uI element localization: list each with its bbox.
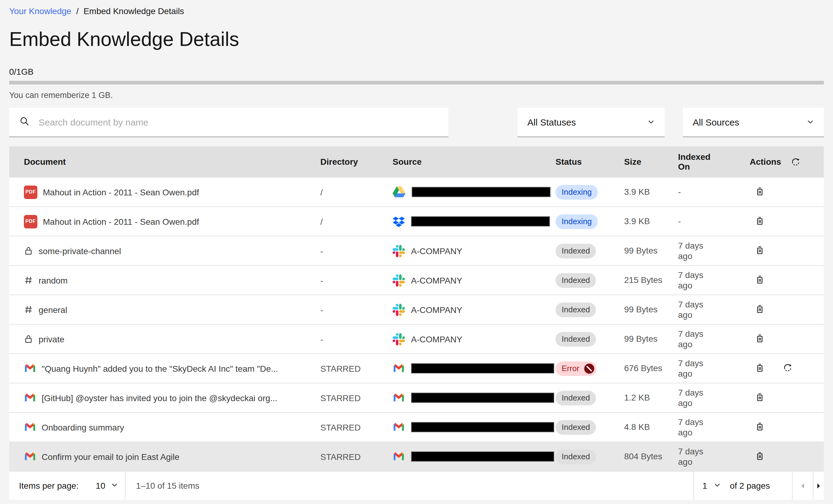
status-cell: Indexed	[555, 273, 624, 288]
google-drive-icon	[392, 186, 405, 198]
size-cell: 99 Bytes	[624, 334, 678, 344]
document-row[interactable]: PDFMahout in Action - 2011 - Sean Owen.p…	[9, 207, 824, 236]
refresh-table-icon[interactable]	[791, 157, 801, 167]
hash-icon	[24, 275, 33, 285]
redacted-source-text	[411, 392, 554, 403]
header-source: Source	[392, 157, 555, 167]
delete-document-button[interactable]	[755, 245, 764, 256]
actions-cell	[750, 392, 824, 403]
search-box[interactable]	[9, 108, 448, 137]
size-cell: 4.8 KB	[624, 422, 678, 432]
breadcrumb-your-knowledge-link[interactable]: Your Knowledge	[9, 6, 71, 16]
header-directory: Directory	[320, 157, 392, 167]
status-cell: Indexed	[555, 302, 624, 317]
pagination-bar: Items per page: 10 1–10 of 15 items 1 of…	[9, 471, 824, 500]
trash-icon	[755, 304, 764, 315]
document-cell: PDFMahout in Action - 2011 - Sean Owen.p…	[24, 185, 320, 199]
document-name: some-private-channel	[39, 246, 121, 256]
size-cell: 99 Bytes	[624, 304, 678, 315]
indexed-on-cell: 7 days ago	[678, 299, 750, 320]
delete-document-button[interactable]	[755, 422, 764, 433]
delete-document-button[interactable]	[755, 451, 764, 462]
header-indexed-on: Indexed On	[678, 152, 750, 171]
document-row[interactable]: general-A-COMPANYIndexed99 Bytes7 days a…	[9, 294, 824, 324]
indexed-on-cell: -	[678, 216, 750, 226]
delete-document-button[interactable]	[755, 392, 764, 403]
document-cell: private	[24, 334, 320, 344]
trash-icon	[755, 187, 764, 197]
chevron-down-icon	[713, 481, 721, 490]
document-cell: some-private-channel	[24, 246, 320, 256]
items-per-page-value: 10	[96, 481, 105, 490]
document-name: [GitHub] @oyster has invited you to join…	[42, 393, 278, 403]
breadcrumb-current: Embed Knowledge Details	[84, 6, 184, 16]
document-row[interactable]: private-A-COMPANYIndexed99 Bytes7 days a…	[9, 324, 824, 353]
previous-page-button[interactable]	[792, 472, 813, 500]
delete-document-button[interactable]	[755, 304, 764, 315]
page-number-select[interactable]: 1	[694, 472, 721, 500]
document-name: Onboarding summary	[42, 422, 124, 432]
actions-cell	[750, 363, 824, 374]
page-title: Embed Knowledge Details	[9, 28, 824, 51]
gmail-icon	[392, 362, 405, 375]
size-cell: 99 Bytes	[624, 245, 678, 256]
indexed-on-cell: 7 days ago	[678, 270, 750, 291]
source-cell	[392, 421, 555, 433]
restart-icon	[783, 363, 792, 374]
delete-document-button[interactable]	[755, 333, 764, 344]
document-row[interactable]: Onboarding summarySTARREDIndexed4.8 KB7 …	[9, 412, 824, 441]
document-cell: random	[24, 275, 320, 285]
gmail-icon	[392, 392, 405, 404]
document-row[interactable]: random-A-COMPANYIndexed215 Bytes7 days a…	[9, 265, 824, 294]
document-cell: Onboarding summary	[24, 421, 320, 433]
actions-cell	[750, 304, 824, 315]
source-name: A-COMPANY	[411, 246, 462, 256]
indexed-on-cell: 7 days ago	[678, 446, 750, 467]
document-name: Mahout in Action - 2011 - Sean Owen.pdf	[43, 216, 199, 226]
source-cell: A-COMPANY	[392, 304, 555, 316]
directory-cell: -	[320, 334, 392, 344]
directory-cell: /	[320, 187, 392, 197]
header-document: Document	[24, 157, 320, 167]
trash-icon	[755, 275, 764, 286]
actions-cell	[750, 451, 824, 462]
source-filter-dropdown[interactable]: All Sources	[683, 108, 824, 137]
table-header-row: Document Directory Source Status Size In…	[9, 146, 824, 177]
source-cell	[392, 215, 555, 227]
source-name: A-COMPANY	[411, 305, 462, 314]
status-badge: Indexed	[555, 420, 596, 434]
document-row[interactable]: [GitHub] @oyster has invited you to join…	[9, 383, 824, 412]
search-icon	[20, 116, 29, 128]
document-row[interactable]: PDFMahout in Action - 2011 - Sean Owen.p…	[9, 177, 824, 207]
document-cell: "Quang Huynh" added you to the "SkyDeck …	[24, 362, 320, 375]
indexed-on-cell: 7 days ago	[678, 358, 750, 379]
directory-cell: STARRED	[320, 363, 392, 373]
search-input[interactable]	[38, 116, 448, 128]
embed-knowledge-page: Your Knowledge / Embed Knowledge Details…	[0, 0, 833, 504]
document-cell: [GitHub] @oyster has invited you to join…	[24, 392, 320, 404]
retry-indexing-button[interactable]	[783, 363, 792, 374]
delete-document-button[interactable]	[755, 363, 764, 374]
source-cell: A-COMPANY	[392, 245, 555, 257]
gmail-icon	[392, 450, 405, 463]
slack-icon	[392, 274, 405, 286]
next-page-button[interactable]	[813, 472, 824, 500]
items-per-page: Items per page: 10	[9, 472, 125, 500]
document-row[interactable]: Confirm your email to join East AgileSTA…	[9, 441, 824, 471]
chevron-down-icon	[111, 481, 118, 490]
status-cell: Error	[555, 361, 624, 376]
source-cell	[392, 450, 555, 463]
directory-cell: STARRED	[320, 452, 392, 461]
delete-document-button[interactable]	[755, 275, 764, 286]
document-row[interactable]: some-private-channel-A-COMPANYIndexed99 …	[9, 236, 824, 265]
status-badge: Indexing	[555, 214, 598, 229]
items-per-page-select[interactable]: 10	[96, 481, 118, 490]
breadcrumb: Your Knowledge / Embed Knowledge Details	[9, 0, 824, 16]
status-badge: Indexed	[555, 390, 596, 405]
slack-icon	[392, 333, 405, 345]
status-filter-dropdown[interactable]: All Statuses	[518, 108, 665, 137]
delete-document-button[interactable]	[755, 216, 764, 227]
delete-document-button[interactable]	[755, 187, 764, 197]
document-row[interactable]: "Quang Huynh" added you to the "SkyDeck …	[9, 353, 824, 383]
actions-cell	[750, 275, 824, 286]
